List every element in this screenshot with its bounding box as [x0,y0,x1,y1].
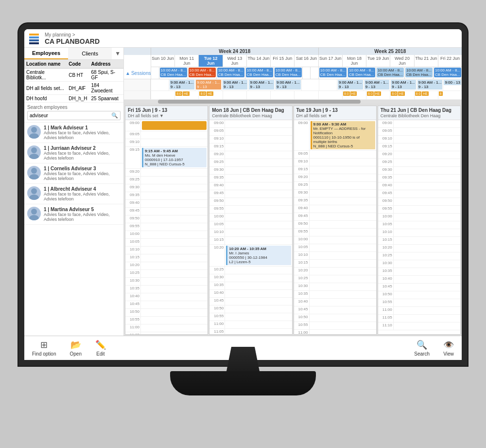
open-button[interactable]: 📂 Open [67,339,84,358]
time-slot-panel4-17[interactable]: 10:25 [378,252,460,260]
time-content-panel4-14[interactable] [394,229,460,236]
time-content-panel4-12[interactable] [394,214,460,221]
time-content-panel4-4[interactable] [394,151,460,159]
col-location-name[interactable]: Location name [24,60,67,69]
loc-day-1-2[interactable]: 9:00 AM - 1...9 - 13 [195,79,222,90]
loc-day-2-12[interactable]: 8 [438,91,462,99]
location-table-row[interactable]: Centrale Bibliotk... CB HT 68 Spui, S-GF [24,69,123,82]
time-slot-panel4-26[interactable]: 11:10 [378,323,460,330]
time-slot-panel4-9[interactable]: 09:45 [378,190,460,198]
tab-clients[interactable]: Clients [68,48,112,59]
time-slot-panel3-0[interactable]: 09:009:00 AM - 9:30 AMMr. EMPTY — ADDRES… [294,120,376,151]
session-cell-mon11[interactable]: 10:00 AM - 8...CB Den Haa... [159,67,188,79]
loc-block-fri15-1[interactable]: 9:00 AM - 1...9 - 13 [276,80,301,90]
time-slot-panel1-21[interactable]: 10:45 [125,301,208,309]
time-content-panel4-13[interactable] [394,221,460,229]
time-content-panel2-2[interactable] [225,136,292,143]
time-slot-panel1-24[interactable]: 11:00 [125,324,208,332]
time-content-panel4-15[interactable] [394,237,460,244]
session-cell-tue12[interactable]: 10:00 AM - 8...CB Den Haa... [188,67,216,79]
session-cell-sun17[interactable] [310,67,318,79]
time-content-panel3-6[interactable] [310,190,376,197]
loc-block-tue12-1[interactable]: 9:00 AM - 1...9 - 13 [196,80,221,90]
time-content-panel3-18[interactable] [310,283,376,290]
location-table-row[interactable]: DH hoofd DH_h_H 25 Spaarwat [24,95,123,103]
time-slot-panel3-9[interactable]: 09:45 [294,213,376,221]
col-code[interactable]: Code [67,60,89,69]
time-content-panel4-23[interactable] [394,299,460,306]
time-slot-panel1-8[interactable]: 09:40 [125,200,208,208]
time-content-panel1-4[interactable] [141,169,208,176]
time-slot-panel3-20[interactable]: 10:40 [294,299,376,306]
time-content-panel3-5[interactable] [310,182,376,189]
time-slot-panel1-1[interactable]: 09:05 [125,131,208,139]
time-slot-panel3-18[interactable]: 10:30 [294,283,376,291]
session-block-fri22-1[interactable]: 10:00 AM - 8...CB Den Haa... [434,68,461,77]
time-slot-panel2-19[interactable]: 10:35 [209,282,292,290]
time-slot-panel2-18[interactable]: 10:30 [209,274,292,282]
time-slot-panel3-7[interactable]: 09:35 [294,197,376,205]
time-slot-panel3-11[interactable]: 09:55 [294,229,376,236]
loc-day-1-0[interactable] [151,79,169,90]
time-content-panel1-3[interactable]: 9:15 AM - 9:45 AMMs. M den Hoeve0000910 … [141,147,208,168]
appointment-panel1[interactable]: 9:15 AM - 9:45 AMMs. M den Hoeve0000910 … [142,148,207,167]
time-content-panel2-23[interactable] [225,313,292,321]
loc-day-1-4[interactable]: 9:00 AM - 1...9 - 13 [248,79,275,90]
time-slot-panel4-11[interactable]: 09:55 [378,206,460,214]
find-option-button[interactable]: ⊞ Find option [29,339,59,358]
loc-day-1-6[interactable] [301,79,319,90]
time-slot-panel2-22[interactable]: 10:50 [209,305,292,313]
time-content-panel4-8[interactable] [394,182,460,190]
time-content-panel1-17[interactable] [141,270,208,277]
time-content-panel4-1[interactable] [394,128,460,135]
time-slot-panel3-12[interactable]: 10:00 [294,236,376,244]
edit-button[interactable]: ✏️ Edit [92,339,109,358]
time-content-panel2-24[interactable] [225,321,292,328]
time-content-panel2-11[interactable] [225,206,292,213]
loc-day-2-3[interactable] [223,91,246,99]
time-slot-panel1-14[interactable]: 10:10 [125,247,208,254]
time-content-panel3-2[interactable] [310,159,376,166]
session-cell-fri22[interactable]: 10:00 AM - 8...CB Den Haa... [433,67,462,79]
small-block-5[interactable]: 8:0 [343,91,350,96]
loc-day-1-1[interactable]: 9:00 AM - 1...9 - 13 [169,79,195,90]
time-slot-panel1-0[interactable]: 09:00 [125,120,208,131]
time-content-panel3-23[interactable] [310,322,376,329]
time-content-panel4-17[interactable] [394,252,460,260]
time-content-panel4-21[interactable] [394,284,460,291]
time-content-panel2-22[interactable] [225,305,292,313]
time-content-panel1-14[interactable] [141,247,208,254]
small-block-12[interactable]: HE [422,91,429,96]
time-slot-panel2-1[interactable]: 09:05 [209,128,292,136]
time-content-panel2-15[interactable] [225,237,292,244]
loc-block-fri22-1[interactable]: 9:00 - 13 [444,80,461,85]
time-slot-panel1-16[interactable]: 10:20 [125,262,208,270]
time-content-panel1-24[interactable] [141,324,208,332]
loc-day-2-6[interactable] [294,91,318,99]
time-slot-panel3-23[interactable]: 10:55 [294,322,376,330]
time-content-panel1-21[interactable] [141,301,208,308]
time-content-panel3-7[interactable] [310,197,376,205]
session-block-wed20-1[interactable]: 10:00 AM - 8...CB Den Haa... [377,68,404,77]
time-slot-panel3-16[interactable]: 10:20 [294,268,376,275]
time-slot-panel4-10[interactable]: 09:50 [378,198,460,206]
time-content-panel2-0[interactable] [225,120,292,127]
time-content-panel3-20[interactable] [310,299,376,306]
time-slot-panel4-3[interactable]: 09:15 [378,143,460,151]
time-content-panel1-13[interactable] [141,239,208,246]
loc-day-1-7[interactable] [319,79,337,90]
time-slot-panel4-16[interactable]: 10:20 [378,245,460,252]
time-slot-panel2-24[interactable]: 11:00 [209,321,292,329]
employee-item[interactable]: 1 | Mark Adviseur 1 Advies face to face,… [24,123,123,143]
panel-body-panel4[interactable]: 09:0009:0509:1009:1509:2009:2509:3009:35… [378,120,460,334]
time-content-panel4-19[interactable] [394,268,460,275]
time-slot-panel4-21[interactable]: 10:45 [378,284,460,291]
time-slot-panel1-6[interactable]: 09:30 [125,184,208,192]
time-content-panel4-20[interactable] [394,276,460,283]
time-content-panel1-1[interactable] [141,131,208,139]
time-slot-panel3-8[interactable]: 09:40 [294,205,376,213]
time-content-panel3-16[interactable] [310,268,376,275]
time-slot-panel4-0[interactable]: 09:00 [378,120,460,128]
time-slot-panel1-7[interactable]: 09:35 [125,192,208,200]
session-block-tue12-1[interactable]: 10:00 AM - 8...CB Den Haa... [189,68,216,77]
